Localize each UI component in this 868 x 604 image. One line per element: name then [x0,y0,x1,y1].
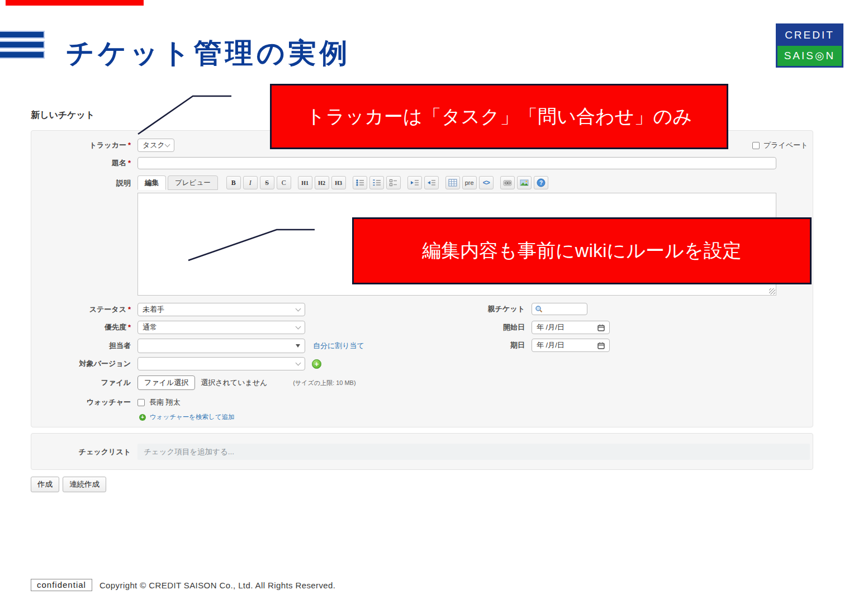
watcher-name: 長南 翔太 [149,397,181,407]
watcher-label: ウォッチャー [31,397,131,407]
numbered-list-icon[interactable] [369,176,384,189]
confidential-badge: confidential [31,579,92,591]
toolbar-h1-button[interactable]: H1 [298,176,312,189]
chevron-down-icon [296,324,301,329]
file-size-limit: (サイズの上限: 10 MB) [293,379,355,387]
required-asterisk: * [128,305,131,313]
footer: confidential Copyright © CREDIT SAISON C… [31,579,335,591]
required-asterisk: * [128,159,131,167]
dropdown-arrow-icon [296,344,300,348]
outdent-icon[interactable] [424,176,439,189]
slide: チケット管理の実例 CREDIT SAIS◎N トラッカーは「タスク」「問い合わ… [0,0,868,604]
title-decoration-bars [0,31,45,61]
parent-ticket-input[interactable] [532,303,587,315]
target-version-select[interactable] [137,357,305,370]
priority-select[interactable]: 通常 [137,321,305,334]
required-asterisk: * [128,141,131,149]
top-accent-bar [6,0,144,6]
link-icon[interactable] [500,176,515,189]
file-select-button[interactable]: ファイル選択 [137,375,195,390]
due-date-placeholder: 年 /月/日 [537,340,565,350]
code-tags-button[interactable]: <> [479,176,494,189]
subject-label: 題名* [31,158,131,168]
description-label: 説明 [31,175,131,188]
credit-saison-logo: CREDIT SAIS◎N [776,23,843,68]
assignee-combobox[interactable] [137,339,305,353]
status-select[interactable]: 未着手 [137,303,305,316]
due-date-label: 期日 [423,340,525,350]
chevron-down-icon [296,360,301,365]
page-title: チケット管理の実例 [66,35,351,72]
chevron-down-icon [165,141,170,147]
task-list-icon[interactable] [386,176,401,189]
toolbar-inline-code-button[interactable]: C [277,176,291,189]
wiki-toolbar: 編集 プレビュー B I S C H1 H2 H3 [137,175,548,190]
preformatted-button[interactable]: pre [462,176,477,189]
start-date-label: 開始日 [423,322,525,332]
create-button[interactable]: 作成 [31,477,59,492]
toolbar-h2-button[interactable]: H2 [315,176,329,189]
priority-value: 通常 [143,322,157,332]
status-value: 未着手 [143,305,164,315]
search-icon [535,305,543,313]
assign-to-me-link[interactable]: 自分に割り当て [313,341,364,351]
toolbar-h3-button[interactable]: H3 [331,176,346,189]
add-version-icon[interactable]: + [312,359,321,369]
calendar-icon [597,342,605,349]
parent-ticket-label: 親チケット [423,304,525,314]
checklist-label: チェックリスト [31,447,131,457]
start-date-placeholder: 年 /月/日 [537,322,565,332]
tracker-select[interactable]: タスク [137,139,174,152]
image-icon[interactable] [517,176,532,189]
tab-edit[interactable]: 編集 [137,175,166,190]
start-date-input[interactable]: 年 /月/日 [532,321,610,334]
assignee-label: 担当者 [31,341,131,351]
copyright-text: Copyright © CREDIT SAISON Co., Ltd. All … [99,581,336,590]
add-watcher-icon[interactable]: + [139,414,146,421]
toolbar-bold-button[interactable]: B [226,176,241,189]
resize-handle[interactable] [769,288,775,294]
tracker-label: トラッカー* [31,140,131,150]
private-label: プライベート [763,140,808,150]
calendar-icon [597,324,605,331]
help-icon[interactable]: ? [534,176,548,189]
table-icon[interactable] [445,176,460,189]
toolbar-strikethrough-button[interactable]: S [260,176,274,189]
private-checkbox[interactable] [752,142,760,149]
tab-preview[interactable]: プレビュー [168,175,218,190]
checklist-add-input[interactable]: チェック項目を追加する... [137,444,810,460]
status-label: ステータス* [31,305,131,315]
annotation-wiki-note: 編集内容も事前にwikiにルールを設定 [352,217,812,284]
create-and-continue-button[interactable]: 連続作成 [63,477,106,492]
svg-text:?: ? [539,180,543,186]
file-label: ファイル [31,378,131,388]
toolbar-italic-button[interactable]: I [243,176,258,189]
priority-label: 優先度* [31,322,131,332]
due-date-input[interactable]: 年 /月/日 [532,339,610,352]
search-watcher-link[interactable]: ウォッチャーを検索して追加 [150,413,235,421]
form-heading: 新しいチケット [31,110,94,121]
watcher-checkbox[interactable] [137,399,145,406]
callout-line-tracker [138,96,231,134]
chevron-down-icon [296,306,301,311]
checklist-section: チェックリスト チェック項目を追加する... [31,433,813,470]
tracker-value: タスク [143,140,165,150]
logo-saison-text: SAIS◎N [777,46,842,66]
required-asterisk: * [128,323,131,331]
indent-icon[interactable] [407,176,422,189]
annotation-tracker-note: トラッカーは「タスク」「問い合わせ」のみ [270,84,728,149]
subject-input[interactable] [137,157,776,169]
file-status-text: 選択されていません [201,378,267,388]
bulleted-list-icon[interactable] [353,176,367,189]
logo-credit-text: CREDIT [777,25,842,46]
target-version-label: 対象バージョン [31,359,131,369]
